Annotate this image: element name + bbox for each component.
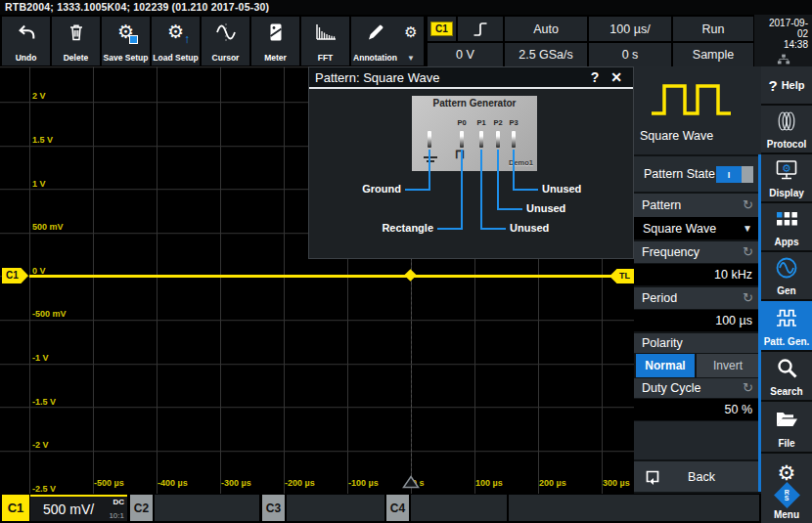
monitor-gear-icon: ⚙ xyxy=(774,154,799,186)
toggle-knob xyxy=(742,166,753,183)
polarity-buttons: Normal Invert xyxy=(634,354,761,377)
pattern-preview: Square Wave xyxy=(634,66,761,154)
pin-label-p0: P0 xyxy=(454,118,470,127)
time-tick-label: -100 µs xyxy=(348,478,379,488)
trigger-level-cell[interactable]: 0 V xyxy=(428,43,503,66)
menu-settings[interactable]: ⚙ RS Menu xyxy=(761,454,812,523)
callout-line xyxy=(461,150,463,230)
channel1-offset-marker[interactable]: C1 xyxy=(2,268,28,283)
trigger-source-cell[interactable]: C1 xyxy=(428,17,456,41)
time-tick-label: 100 µs xyxy=(475,478,503,488)
channel1-trace xyxy=(29,275,612,278)
polarity-normal-button[interactable]: Normal xyxy=(636,354,695,377)
trigger-edge-cell[interactable] xyxy=(458,17,503,41)
channel3-badge[interactable]: C3 xyxy=(262,495,285,521)
annotation-button[interactable]: Annotation xyxy=(351,17,399,65)
frequency-label-row: Frequency ↻ xyxy=(634,241,761,263)
timebase-cell[interactable]: 100 µs/ xyxy=(589,17,671,41)
undo-icon xyxy=(16,21,37,44)
cursor-button[interactable]: Cursor xyxy=(202,17,249,65)
duty-cycle-field[interactable]: 50 % xyxy=(634,399,761,420)
fft-button[interactable]: FFT xyxy=(301,17,349,65)
trigger-level-marker[interactable]: TL xyxy=(609,269,634,283)
menu-help[interactable]: ? Help xyxy=(761,66,812,104)
extra-bar-empty xyxy=(509,495,759,521)
multimeter-icon xyxy=(266,21,286,44)
channel-bar: C1 500 mV/ DC 10:1 C2 C3 C4 xyxy=(0,494,761,523)
callout-line xyxy=(429,150,430,191)
channel1-badge[interactable]: C1 xyxy=(2,495,29,521)
meter-button[interactable]: Meter xyxy=(251,17,299,65)
gear-icon: ⚙ xyxy=(404,21,417,44)
channel2-settings-empty xyxy=(155,495,259,521)
date-label: 2017-09-02 xyxy=(758,18,808,39)
oscilloscope-screen: RTB2004; 1333.1005K04; 102239 (01.210 20… xyxy=(0,0,812,523)
reset-icon[interactable]: ↻ xyxy=(743,287,753,309)
reset-icon[interactable]: ↻ xyxy=(743,241,753,263)
channel4-badge[interactable]: C4 xyxy=(386,495,409,521)
pin-p3 xyxy=(512,131,516,148)
menu-file[interactable]: File xyxy=(761,402,812,452)
pattern-dropdown[interactable]: Square Wave ▼ xyxy=(634,217,761,240)
square-wave-icon xyxy=(646,72,749,125)
save-setup-button[interactable]: ⚙ Save Setup xyxy=(102,17,150,65)
callout-line xyxy=(437,228,463,230)
reset-icon[interactable]: ↻ xyxy=(743,194,753,217)
undo-button[interactable]: Undo xyxy=(2,17,50,65)
trigger-time-marker[interactable] xyxy=(402,475,420,489)
rs-logo-icon: RS xyxy=(774,482,800,508)
ground-symbol xyxy=(424,154,437,164)
menu-pattern-gen[interactable]: Patt. Gen. xyxy=(761,301,812,350)
menu-gen[interactable]: Gen xyxy=(761,252,812,299)
main-menu-strip: ? Help Protocol ⚙ Display Apps Gen xyxy=(761,66,812,523)
device-info-bar: RTB2004; 1333.1005K04; 102239 (01.210 20… xyxy=(0,0,812,15)
trigger-mode-cell[interactable]: Auto xyxy=(505,17,587,41)
rising-edge-icon xyxy=(472,21,489,38)
pencil-icon xyxy=(366,21,385,44)
dialog-title: Pattern: Square Wave xyxy=(315,70,584,85)
pin-label-p1: P1 xyxy=(474,118,489,127)
menu-search[interactable]: Search xyxy=(761,352,812,400)
menu-protocol[interactable]: Protocol xyxy=(761,106,812,153)
channel1-probe: 10:1 xyxy=(109,511,124,520)
acquisition-mode-cell[interactable]: Sample xyxy=(673,43,753,66)
load-setup-button[interactable]: ⚙↑ Load Setup xyxy=(152,17,200,65)
channel2-badge[interactable]: C2 xyxy=(130,495,153,521)
pattern-wave-icon xyxy=(775,301,798,334)
trigger-channel-badge: C1 xyxy=(430,22,453,36)
time-tick-label: 200 µs xyxy=(539,478,566,488)
acquisition-state-cell[interactable]: Run xyxy=(673,17,753,41)
trigger-point-marker[interactable] xyxy=(404,269,417,282)
pattern-state-toggle[interactable]: I xyxy=(716,166,753,183)
trash-icon xyxy=(67,21,86,44)
back-button[interactable]: Back xyxy=(634,461,761,492)
reset-icon[interactable]: ↻ xyxy=(743,378,753,398)
chevron-down-icon: ▼ xyxy=(743,223,752,234)
dialog-close-button[interactable]: ✕ xyxy=(606,69,627,85)
voltage-tick-label: 2 V xyxy=(32,91,46,101)
sample-rate-cell[interactable]: 2.5 GSa/s xyxy=(505,43,587,66)
menu-apps[interactable]: Apps xyxy=(761,203,812,250)
pattern-generator-image-title: Pattern Generator xyxy=(412,96,537,109)
pin-p1 xyxy=(479,131,483,148)
polarity-invert-button[interactable]: Invert xyxy=(697,354,759,377)
duty-cycle-label-row: Duty Cycle ↻ xyxy=(634,378,761,398)
channel1-coupling: DC xyxy=(113,498,124,506)
period-field[interactable]: 100 µs xyxy=(634,310,761,331)
pattern-preview-label: Square Wave xyxy=(640,129,713,143)
dialog-help-button[interactable]: ? xyxy=(584,69,606,85)
magnifier-icon xyxy=(776,352,798,384)
delete-button[interactable]: Delete xyxy=(52,17,100,65)
callout-line xyxy=(513,150,515,191)
pin-label-p3: P3 xyxy=(506,118,521,127)
pattern-label-row: Pattern ↻ xyxy=(634,194,761,217)
horizontal-position-cell[interactable]: 0 s xyxy=(589,43,671,66)
toolbar-settings-button[interactable]: ⚙ ▼ xyxy=(398,17,424,65)
callout-line xyxy=(497,208,522,210)
callout-line xyxy=(480,150,482,230)
channel1-settings[interactable]: 500 mV/ DC 10:1 xyxy=(30,495,127,521)
header: Undo Delete ⚙ Save Setup ⚙↑ Load Setup C… xyxy=(0,15,812,66)
frequency-field[interactable]: 10 kHz xyxy=(634,264,761,285)
menu-display[interactable]: ⚙ Display xyxy=(761,154,812,201)
gear-load-icon: ⚙↑ xyxy=(167,21,184,44)
